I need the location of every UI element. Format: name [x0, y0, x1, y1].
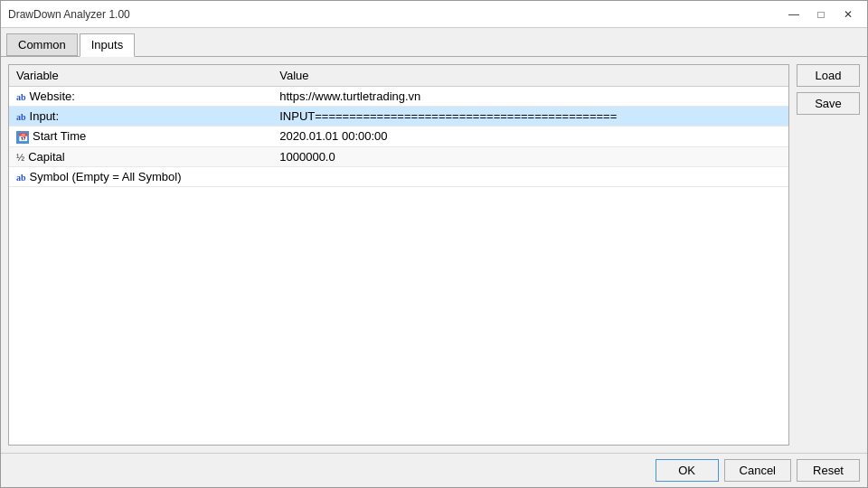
col-value: Value: [272, 65, 788, 87]
inputs-table: Variable Value abWebsite:https://www.tur…: [8, 64, 789, 446]
title-bar: DrawDown Analyzer 1.00 — □ ✕: [1, 1, 867, 28]
reset-button[interactable]: Reset: [797, 459, 860, 482]
minimize-button[interactable]: —: [782, 6, 806, 23]
title-controls: — □ ✕: [782, 6, 860, 23]
table-row[interactable]: ½Capital1000000.0: [9, 146, 788, 166]
variable-label: Input:: [30, 109, 60, 123]
main-window: DrawDown Analyzer 1.00 — □ ✕ Common Inpu…: [0, 0, 868, 488]
ab-icon: ab: [16, 112, 26, 122]
cancel-button[interactable]: Cancel: [724, 459, 791, 482]
value-cell: 2020.01.01 00:00:00: [272, 127, 788, 147]
ok-button[interactable]: OK: [656, 459, 719, 482]
close-button[interactable]: ✕: [836, 6, 860, 23]
value-cell: [272, 166, 788, 186]
tab-inputs[interactable]: Inputs: [80, 33, 135, 57]
ab-icon: ab: [16, 173, 26, 183]
table-row[interactable]: abSymbol (Empty = All Symbol): [9, 166, 788, 186]
ab-icon: ab: [16, 92, 26, 102]
variable-label: Start Time: [33, 129, 86, 143]
window-title: DrawDown Analyzer 1.00: [8, 8, 130, 21]
load-button[interactable]: Load: [797, 64, 860, 87]
variable-label: Capital: [28, 150, 64, 164]
maximize-button[interactable]: □: [809, 6, 833, 23]
value-cell: https://www.turtletrading.vn: [272, 87, 788, 107]
table-row[interactable]: 📅Start Time2020.01.01 00:00:00: [9, 127, 788, 147]
variable-label: Website:: [30, 89, 75, 103]
tab-common[interactable]: Common: [6, 33, 78, 56]
variable-label: Symbol (Empty = All Symbol): [30, 170, 182, 183]
table-row[interactable]: abWebsite:https://www.turtletrading.vn: [9, 87, 788, 107]
value-cell: 1000000.0: [272, 146, 788, 166]
footer: OK Cancel Reset: [1, 453, 867, 487]
half-icon: ½: [16, 152, 24, 163]
save-button[interactable]: Save: [797, 92, 860, 115]
value-cell: INPUT===================================…: [272, 107, 788, 127]
col-variable: Variable: [9, 65, 272, 87]
tab-bar: Common Inputs: [1, 28, 867, 57]
calendar-icon: 📅: [16, 131, 29, 144]
table-row[interactable]: abInput:INPUT===========================…: [9, 107, 788, 127]
